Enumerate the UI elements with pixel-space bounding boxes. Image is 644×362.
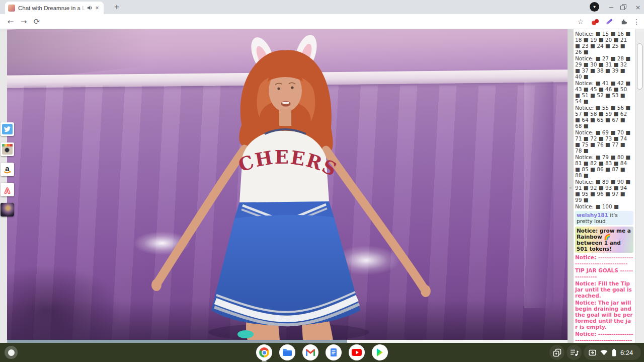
chat-notice: Notice: ■ 79 ■ 80 ■ 81 ■ 82 ■ 83 ■ 84 ■ … xyxy=(575,154,633,178)
status-tray[interactable]: 6:24 xyxy=(584,345,641,360)
pen-extension-icon[interactable] xyxy=(603,14,616,29)
new-tab-button[interactable]: + xyxy=(111,2,123,13)
twitter-icon[interactable] xyxy=(1,122,14,136)
chat-message: welshy181 it's pretty loud xyxy=(575,211,633,225)
tab-strip: Chat with Dreamrue in a Live × + ♥ − × xyxy=(0,0,644,14)
browser-tab[interactable]: Chat with Dreamrue in a Live × xyxy=(5,2,104,14)
chat-panel: Notice: ■ 15 ■ 16 ■ 18 ■ 19 ■ 20 ■ 21 ■ … xyxy=(574,29,635,343)
chat-tip-notice: Notice: --------------------------------… xyxy=(575,331,633,343)
wifi-icon xyxy=(600,349,608,355)
battery-icon xyxy=(612,349,616,356)
chat-collapse-handle[interactable]: « xyxy=(568,185,574,190)
files-icon[interactable] xyxy=(279,344,295,360)
forward-icon[interactable]: → xyxy=(17,14,30,29)
chromeos-shelf: 6:24 xyxy=(0,343,644,362)
extensions-puzzle-icon[interactable] xyxy=(617,14,630,29)
window-minimize-button[interactable]: − xyxy=(606,2,616,12)
launcher-button[interactable] xyxy=(5,346,18,359)
browser-toolbar: ← → ⟳ cosplayxcams.com/dreamrue/ ☆ ⋮ xyxy=(0,14,644,29)
gmail-icon[interactable] xyxy=(302,344,318,360)
youtube-icon[interactable] xyxy=(349,344,365,360)
chat-rainbow-notice: Notice: grow me a Rainbow 🌈 between 1 an… xyxy=(575,227,633,253)
chat-notice: Notice: ■ 100 ■ xyxy=(575,203,633,209)
airbnb-icon[interactable] xyxy=(1,183,14,196)
refresh-icon[interactable]: ⟳ xyxy=(30,14,43,29)
window-close-button[interactable]: × xyxy=(633,2,643,12)
docs-icon[interactable] xyxy=(326,344,342,360)
back-icon[interactable]: ← xyxy=(4,14,17,29)
chat-tip-notice: TIP JAR GOALS ---------------- xyxy=(575,267,633,279)
bookmark-star-icon[interactable]: ☆ xyxy=(574,14,587,29)
tab-close-icon[interactable]: × xyxy=(94,5,101,12)
chat-notice: Notice: ■ 89 ■ 90 ■ 91 ■ 92 ■ 93 ■ 94 ■ … xyxy=(575,179,633,203)
clock: 6:24 xyxy=(620,349,633,356)
tab-favicon xyxy=(8,5,15,12)
chat-tip-notice: Notice: Fill the Tip Jar until the goal … xyxy=(575,280,633,299)
vertical-scrollbar-thumb[interactable] xyxy=(637,43,642,90)
window-restore-button[interactable] xyxy=(620,4,625,9)
chat-tip-notice: Notice: --------------------------------… xyxy=(575,254,633,266)
open-window-icon xyxy=(589,349,596,356)
chat-tip-notice: Notice: The jar will begin draining and … xyxy=(575,300,633,330)
chat-notice: Notice: ■ 15 ■ 16 ■ 18 ■ 19 ■ 20 ■ 21 ■ … xyxy=(575,31,633,55)
chat-notice: Notice: ■ 41 ■ 42 ■ 43 ■ 45 ■ 46 ■ 50 ■ … xyxy=(575,80,633,104)
cherries-extension-icon[interactable] xyxy=(589,14,602,29)
video-player[interactable]: CHEERS xyxy=(7,29,568,340)
chat-notice: Notice: ■ 55 ■ 56 ■ 57 ■ 58 ■ 59 ■ 62 ■ … xyxy=(575,105,633,129)
chrome-icon[interactable] xyxy=(256,344,272,360)
browser-menu-icon[interactable]: ⋮ xyxy=(630,14,643,29)
chat-notice: Notice: ■ 69 ■ 70 ■ 71 ■ 72 ■ 73 ■ 74 ■ … xyxy=(575,129,633,154)
chat-notice: Notice: ■ 27 ■ 28 ■ 29 ■ 30 ■ 31 ■ 32 ■ … xyxy=(575,55,633,80)
chat-gutter: « xyxy=(568,29,574,343)
photo-thumbnail[interactable] xyxy=(1,203,14,216)
play-store-icon[interactable] xyxy=(372,344,388,360)
social-links-rail: a xyxy=(1,122,15,223)
profile-avatar[interactable]: ♥ xyxy=(590,2,599,12)
page-content: CHEERS a « xyxy=(0,29,644,343)
vertical-scrollbar[interactable] xyxy=(635,29,644,343)
media-controls-icon[interactable] xyxy=(567,345,582,360)
performer-figure: CHEERS xyxy=(7,29,568,340)
tab-title: Chat with Dreamrue in a Live xyxy=(18,5,86,12)
shelf-apps xyxy=(256,344,388,360)
amazon-icon[interactable]: a xyxy=(1,163,14,176)
tab-audio-icon[interactable] xyxy=(87,5,93,11)
chat-username: welshy181 xyxy=(577,212,608,218)
instagram-icon[interactable] xyxy=(1,142,14,156)
active-app-indicator xyxy=(262,360,267,361)
screen-capture-icon[interactable] xyxy=(549,345,565,360)
